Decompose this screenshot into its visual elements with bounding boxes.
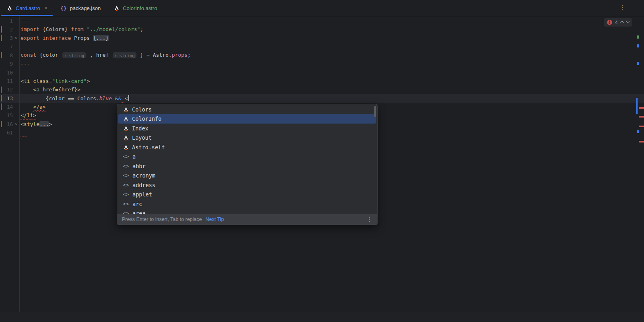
text-caret: [128, 95, 129, 101]
html-tag-icon: <>: [123, 173, 129, 178]
tab-close-icon[interactable]: ×: [44, 5, 47, 11]
completion-popup-footer: Press Enter to insert, Tab to replace Ne…: [117, 214, 377, 225]
completion-item-label: applet: [132, 191, 152, 198]
code-text: ---: [19, 17, 30, 25]
gutter-change-marker[interactable]: [1, 35, 2, 41]
completion-item-arc[interactable]: <>arc: [118, 199, 376, 209]
tab-label: ColorInfo.astro: [123, 5, 157, 11]
code-text: </li>: [19, 111, 36, 120]
completion-item-label: area: [132, 210, 146, 214]
completion-item-a[interactable]: <>a: [118, 152, 376, 162]
code-text: ---: [19, 60, 30, 68]
completion-item-label: ColorInfo: [132, 116, 161, 122]
html-tag-icon: <>: [123, 192, 129, 197]
astro-icon: [6, 5, 12, 11]
gutter-separator: [19, 17, 20, 312]
stripe-mark-blue[interactable]: [637, 130, 639, 133]
popup-menu-icon[interactable]: ⋮: [367, 216, 372, 223]
next-tip-link[interactable]: Next Tip: [205, 217, 224, 222]
completion-item-label: Layout: [132, 134, 152, 141]
astro-icon: [123, 135, 129, 141]
completion-item-label: Astro.self: [132, 144, 165, 151]
gutter-change-marker[interactable]: [1, 121, 2, 127]
code-text: const {color : string , href : string } …: [19, 51, 191, 60]
tab-colorinfo-astro[interactable]: ColorInfo.astro: [107, 0, 163, 16]
html-tag-icon: <>: [123, 211, 129, 214]
astro-icon: [123, 116, 129, 122]
stripe-mark-red[interactable]: [639, 116, 644, 118]
stripe-mark-blue[interactable]: [637, 62, 639, 65]
completion-item-astro-self[interactable]: Astro.self: [118, 142, 376, 152]
tab-package-json[interactable]: {}package.json: [54, 0, 107, 16]
completion-item-index[interactable]: Index: [118, 124, 376, 133]
completion-popup: ColorsColorInfoIndexLayoutAstro.self<>a<…: [117, 104, 378, 225]
json-braces-icon: {}: [60, 5, 67, 11]
astro-icon: [114, 5, 120, 11]
code-text: </a>: [19, 103, 46, 111]
stripe-mark-caret[interactable]: [636, 98, 638, 114]
astro-icon: [123, 106, 129, 112]
stripe-mark-green[interactable]: [637, 35, 639, 39]
stripe-mark-red[interactable]: [639, 126, 644, 127]
inspection-widget: ! 4: [604, 18, 632, 27]
tabs-container: Card.astro×{}package.jsonColorInfo.astro: [0, 0, 163, 16]
code-text: ~~: [19, 128, 27, 137]
completion-item-abbr[interactable]: <>abbr: [118, 161, 376, 171]
code-line-7[interactable]: 7: [0, 42, 644, 51]
completion-item-label: abbr: [132, 163, 146, 169]
code-line-2[interactable]: 2import {Colors} from "../model/colors";: [0, 25, 644, 33]
completion-item-area[interactable]: <>area: [118, 209, 376, 215]
code-line-12[interactable]: 12 <a href={href}>: [0, 85, 644, 94]
fold-toggle-icon[interactable]: >: [13, 35, 19, 41]
gutter-change-marker[interactable]: [1, 26, 2, 33]
completion-item-applet[interactable]: <>applet: [118, 190, 376, 200]
stripe-mark-blue[interactable]: [637, 44, 639, 47]
error-stripe[interactable]: [636, 17, 644, 312]
error-icon: !: [607, 20, 612, 25]
gutter-change-marker[interactable]: [1, 95, 2, 101]
gutter-change-marker[interactable]: [1, 103, 2, 110]
completion-item-label: Colors: [132, 106, 152, 113]
line-number: 11: [0, 78, 13, 84]
next-problem-chevron-icon[interactable]: [625, 19, 630, 23]
tab-label: package.json: [70, 5, 101, 11]
line-number: 1: [0, 18, 13, 24]
code-line-11[interactable]: 11<li class="link-card">: [0, 77, 644, 85]
completion-item-address[interactable]: <>address: [118, 180, 376, 190]
editor-tab-bar: Card.astro×{}package.jsonColorInfo.astro: [0, 0, 644, 17]
line-number: 9: [0, 61, 13, 67]
stripe-mark-red[interactable]: [639, 141, 644, 142]
code-line-8[interactable]: 8const {color : string , href : string }…: [0, 51, 644, 60]
code-line-1[interactable]: 1---: [0, 17, 644, 25]
completion-item-colors[interactable]: Colors: [118, 105, 376, 114]
line-number: 15: [0, 112, 13, 118]
tab-card-astro[interactable]: Card.astro×: [0, 0, 54, 16]
completion-item-layout[interactable]: Layout: [118, 133, 376, 143]
html-tag-icon: <>: [123, 154, 129, 159]
footer-hint: Press Enter to insert, Tab to replace: [122, 217, 202, 222]
line-number: 61: [0, 130, 13, 136]
html-tag-icon: <>: [123, 182, 129, 188]
code-line-10[interactable]: 10: [0, 68, 644, 76]
code-line-13[interactable]: 13 {color == Colors.blue &&~<: [0, 94, 644, 103]
ide-window: Card.astro×{}package.jsonColorInfo.astro…: [0, 0, 644, 322]
completion-item-acronym[interactable]: <>acronym: [118, 171, 376, 181]
status-bar: [0, 312, 644, 322]
error-count: 4: [615, 20, 618, 25]
code-line-9[interactable]: 9---: [0, 60, 644, 68]
prev-problem-chevron-icon[interactable]: [620, 21, 624, 25]
html-tag-icon: <>: [123, 163, 129, 169]
stripe-mark-red[interactable]: [639, 107, 644, 109]
code-text: export interface Props {...}: [19, 34, 109, 42]
code-line-3[interactable]: 3>export interface Props {...}: [0, 34, 644, 42]
completion-scrollbar-thumb[interactable]: [374, 106, 376, 117]
gutter-change-marker[interactable]: [1, 87, 2, 93]
code-text: {color == Colors.blue &&~<: [19, 94, 129, 103]
astro-icon: [123, 125, 129, 131]
completion-item-colorinfo[interactable]: ColorInfo: [118, 114, 376, 124]
fold-toggle-icon[interactable]: >: [13, 122, 19, 127]
line-number: 10: [0, 70, 13, 76]
gutter-change-marker[interactable]: [1, 52, 2, 58]
completion-item-label: address: [132, 182, 155, 188]
more-tabs-icon[interactable]: ⋮: [619, 4, 625, 11]
